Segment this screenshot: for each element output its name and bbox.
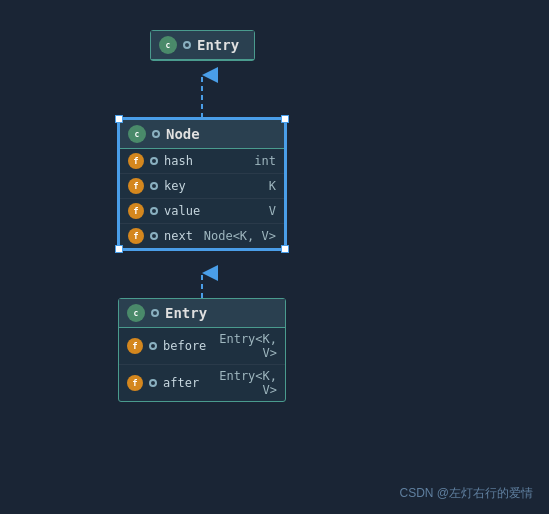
entry-top-title: Entry	[197, 37, 239, 53]
field-next: f next Node<K, V>	[120, 224, 284, 248]
field-icon-before: f	[127, 338, 143, 354]
field-type-after: Entry<K, V>	[205, 369, 277, 397]
field-name-before: before	[163, 339, 206, 353]
svg-text:c: c	[135, 130, 140, 139]
field-icon-key: f	[128, 178, 144, 194]
dot-value	[150, 207, 158, 215]
field-name-value: value	[164, 204, 263, 218]
watermark: CSDN @左灯右行的爱情	[399, 485, 533, 502]
dot-key	[150, 182, 158, 190]
entry-top-node: c Entry	[150, 30, 255, 61]
node-header: c Node	[120, 120, 284, 149]
field-name-after: after	[163, 376, 199, 390]
field-key: f key K	[120, 174, 284, 199]
node-box[interactable]: c Node f hash int f key K f value V f ne…	[118, 118, 286, 250]
field-type-next: Node<K, V>	[204, 229, 276, 243]
entry-bottom-title: Entry	[165, 305, 207, 321]
dot-hash	[150, 157, 158, 165]
field-icon-hash: f	[128, 153, 144, 169]
field-type-value: V	[269, 204, 276, 218]
field-value: f value V	[120, 199, 284, 224]
node-title: Node	[166, 126, 200, 142]
field-hash: f hash int	[120, 149, 284, 174]
field-type-before: Entry<K, V>	[212, 332, 277, 360]
field-after: f after Entry<K, V>	[119, 365, 285, 401]
field-type-hash: int	[254, 154, 276, 168]
dot-before	[149, 342, 157, 350]
entry-top-header: c Entry	[151, 31, 254, 60]
entry-bottom-node: c Entry f before Entry<K, V> f after Ent…	[118, 298, 286, 402]
field-name-key: key	[164, 179, 263, 193]
class-icon-entry-top: c	[159, 36, 177, 54]
dot-entry-top	[183, 41, 191, 49]
dot-after	[149, 379, 157, 387]
field-icon-next: f	[128, 228, 144, 244]
dot-next	[150, 232, 158, 240]
svg-text:c: c	[134, 309, 139, 318]
class-icon-entry-bottom: c	[127, 304, 145, 322]
svg-text:c: c	[166, 41, 171, 50]
dot-entry-bottom	[151, 309, 159, 317]
field-icon-after: f	[127, 375, 143, 391]
class-icon-node: c	[128, 125, 146, 143]
field-icon-value: f	[128, 203, 144, 219]
field-name-next: next	[164, 229, 198, 243]
field-type-key: K	[269, 179, 276, 193]
entry-bottom-header: c Entry	[119, 299, 285, 328]
field-name-hash: hash	[164, 154, 248, 168]
arrows-layer	[0, 0, 549, 514]
dot-node	[152, 130, 160, 138]
field-before: f before Entry<K, V>	[119, 328, 285, 365]
